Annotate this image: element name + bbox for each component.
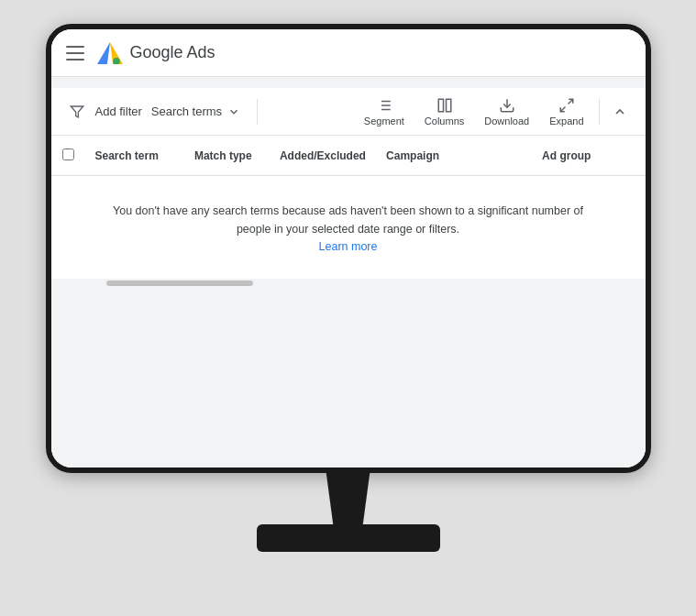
chevron-down-icon <box>227 105 240 118</box>
header-checkbox[interactable] <box>62 148 74 160</box>
empty-state-message: You don't have any search terms because … <box>106 202 591 238</box>
download-label: Download <box>484 116 529 126</box>
google-ads-triangle-icon <box>97 42 123 64</box>
chevron-up-icon <box>613 104 627 119</box>
column-header-ad-group: Ad group <box>535 149 634 162</box>
download-button[interactable]: Download <box>475 94 538 130</box>
column-header-match-type: Match type <box>187 149 272 162</box>
toolbar-separator <box>599 99 600 125</box>
brand-name: Google Ads <box>130 43 215 62</box>
toolbar-actions: Segment Columns <box>355 94 635 130</box>
hamburger-menu-icon[interactable] <box>66 46 84 60</box>
svg-line-14 <box>560 106 565 111</box>
toolbar: Add filter Search terms <box>51 88 646 136</box>
filter-icon <box>70 104 84 119</box>
top-bar: Google Ads <box>51 29 646 77</box>
columns-label: Columns <box>425 116 464 126</box>
column-header-campaign: Campaign <box>379 149 535 162</box>
svg-marker-3 <box>71 106 83 117</box>
columns-button[interactable]: Columns <box>415 94 473 130</box>
expand-label: Expand <box>549 116 583 126</box>
monitor-neck <box>312 471 385 526</box>
svg-rect-11 <box>446 99 450 112</box>
monitor-body: Google Ads Add filter Search terms <box>46 24 651 473</box>
select-all-checkbox[interactable] <box>62 148 88 164</box>
filter-icon-button[interactable] <box>62 99 92 125</box>
toolbar-divider <box>257 99 258 125</box>
download-icon <box>499 97 515 114</box>
scrollbar-area <box>51 279 646 286</box>
search-terms-button[interactable]: Search terms <box>142 99 249 124</box>
search-terms-label: Search terms <box>151 104 222 118</box>
segment-label: Segment <box>364 116 404 126</box>
add-filter-label[interactable]: Add filter <box>95 104 142 118</box>
monitor-screen: Google Ads Add filter Search terms <box>51 29 646 468</box>
collapse-button[interactable] <box>605 99 635 125</box>
scrollbar-thumb[interactable] <box>106 280 253 286</box>
learn-more-link[interactable]: Learn more <box>319 240 378 253</box>
segment-icon <box>376 97 392 114</box>
monitor-base <box>257 524 440 552</box>
table-header: Search term Match type Added/Excluded Ca… <box>51 136 646 176</box>
data-table: Search term Match type Added/Excluded Ca… <box>51 136 646 286</box>
google-ads-logo: Google Ads <box>97 42 215 64</box>
monitor-wrapper: Google Ads Add filter Search terms <box>37 24 660 592</box>
column-header-added-excluded: Added/Excluded <box>272 149 379 162</box>
expand-button[interactable]: Expand <box>540 94 592 130</box>
svg-marker-1 <box>97 42 110 64</box>
segment-button[interactable]: Segment <box>355 94 414 130</box>
content-area: Add filter Search terms <box>51 88 646 468</box>
empty-state: You don't have any search terms because … <box>51 176 646 279</box>
expand-icon <box>558 97 575 114</box>
svg-line-13 <box>568 99 572 104</box>
columns-icon <box>436 97 453 114</box>
svg-rect-10 <box>438 99 443 112</box>
column-header-search-term: Search term <box>88 149 187 162</box>
